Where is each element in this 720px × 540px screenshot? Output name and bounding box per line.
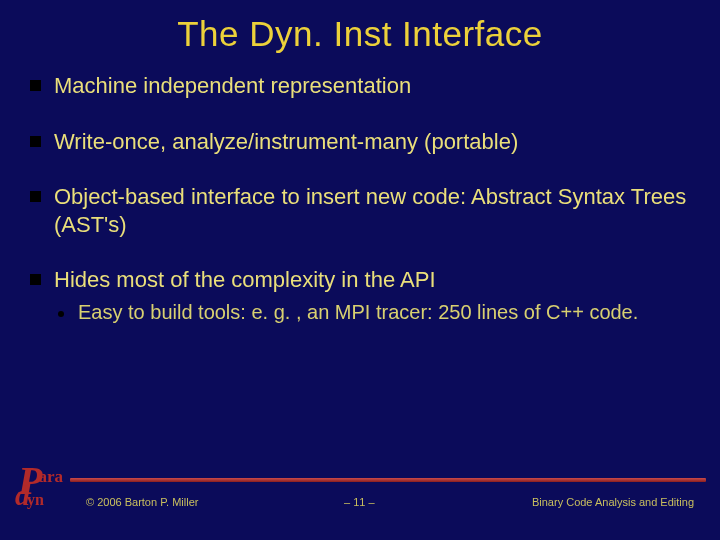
footer-page-number: – 11 – <box>344 496 375 508</box>
bullet-list: Machine independent representation Write… <box>28 72 692 325</box>
sub-bullet-text: Easy to build tools: e. g. , an MPI trac… <box>78 301 638 323</box>
bullet-text: Machine independent representation <box>54 73 411 98</box>
bullet-item: Object-based interface to insert new cod… <box>28 183 692 238</box>
bullet-text: Object-based interface to insert new cod… <box>54 184 686 237</box>
paradyn-logo: Para dyn <box>18 466 63 507</box>
footer-subtitle: Binary Code Analysis and Editing <box>532 496 694 508</box>
sub-bullet-item: Easy to build tools: e. g. , an MPI trac… <box>54 300 692 325</box>
logo-yn: yn <box>27 491 44 508</box>
slide: The Dyn. Inst Interface Machine independ… <box>0 0 720 540</box>
footer-copyright: © 2006 Barton P. Miller <box>86 496 198 508</box>
slide-title: The Dyn. Inst Interface <box>28 14 692 54</box>
bullet-text: Write-once, analyze/instrument-many (por… <box>54 129 518 154</box>
bullet-item: Hides most of the complexity in the API … <box>28 266 692 325</box>
bullet-item: Machine independent representation <box>28 72 692 100</box>
sub-bullet-list: Easy to build tools: e. g. , an MPI trac… <box>54 300 692 325</box>
footer: Para dyn © 2006 Barton P. Miller – 11 – … <box>0 460 720 540</box>
bullet-text: Hides most of the complexity in the API <box>54 267 436 292</box>
logo-ara: ara <box>38 467 63 486</box>
footer-divider <box>70 478 706 482</box>
bullet-item: Write-once, analyze/instrument-many (por… <box>28 128 692 156</box>
